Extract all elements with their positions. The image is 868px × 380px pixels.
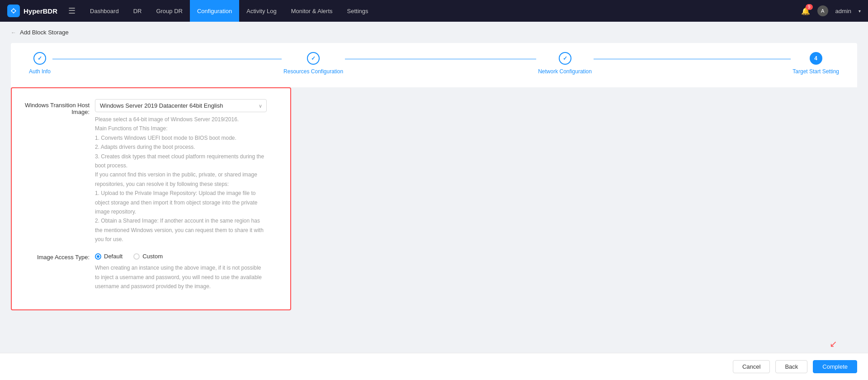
menu-icon[interactable]: ☰	[68, 6, 75, 16]
step-3-icon: ✓	[563, 55, 567, 62]
step-3-label: Network Configuration	[538, 68, 592, 75]
step-1-icon: ✓	[38, 55, 42, 62]
cancel-button[interactable]: Cancel	[733, 360, 770, 373]
nav-group-dr[interactable]: Group DR	[149, 0, 190, 22]
avatar: A	[817, 5, 828, 16]
step-4: 4 Target Start Setting	[793, 52, 839, 75]
nav-monitor-alerts[interactable]: Monitor & Alerts	[284, 0, 340, 22]
radio-default[interactable]: Default	[95, 253, 123, 260]
steps-container: ✓ Auth Info ✓ Resources Configuration ✓	[11, 43, 857, 87]
connector-2-3	[345, 59, 536, 59]
brand: HyperBDR	[7, 5, 57, 17]
connector-3-4	[594, 59, 791, 59]
brand-name: HyperBDR	[24, 7, 57, 15]
step-4-circle: 4	[810, 52, 822, 65]
radio-custom[interactable]: Custom	[133, 253, 163, 260]
info-line-7: 1. Upload to the Private Image Repositor…	[95, 190, 258, 215]
info-line-3: 1. Converts Windows UEFI boot mode to BI…	[95, 135, 236, 141]
image-select[interactable]: Windows Server 2019 Datacenter 64bit Eng…	[95, 99, 267, 112]
step-1-circle: ✓	[33, 52, 46, 65]
info-line-8: 2. Obtain a Shared Image: If another acc…	[95, 218, 264, 242]
back-button[interactable]: Back	[775, 360, 807, 373]
access-type-row: Image Access Type: Default Custom When c…	[23, 251, 279, 291]
radio-custom-label: Custom	[142, 253, 163, 260]
image-info-text: Please select a 64-bit image of Windows …	[95, 115, 267, 244]
back-arrow[interactable]: ←	[11, 29, 16, 36]
main-content: ← Add Block Storage ✓ Auth Info ✓ Resour…	[0, 22, 868, 380]
nav-dr[interactable]: DR	[126, 0, 149, 22]
access-type-info-text: When creating an instance using the abov…	[95, 263, 267, 291]
footer-bar: Cancel Back Complete	[0, 353, 868, 380]
step-3: ✓ Network Configuration	[538, 52, 592, 75]
navbar: HyperBDR ☰ Dashboard DR Group DR Configu…	[0, 0, 868, 22]
connector-1-2	[52, 59, 282, 59]
info-line-6: If you cannot find this version in the p…	[95, 171, 257, 187]
info-line-4: 2. Adapts drivers during the boot proces…	[95, 144, 195, 150]
windows-host-row: Windows Transition Host Image: Windows S…	[23, 99, 279, 244]
nav-settings[interactable]: Settings	[340, 0, 376, 22]
form-card: Windows Transition Host Image: Windows S…	[11, 87, 291, 310]
notification-count: 9	[806, 4, 813, 10]
step-wrapper-1: ✓ Auth Info	[29, 52, 283, 75]
complete-button[interactable]: Complete	[813, 360, 857, 373]
admin-label[interactable]: admin	[835, 8, 851, 14]
radio-default-label: Default	[104, 253, 123, 260]
radio-group: Default Custom	[95, 251, 279, 260]
step-wrapper-2: ✓ Resources Configuration	[283, 52, 538, 75]
step-4-icon: 4	[814, 55, 817, 62]
svg-point-1	[12, 10, 15, 12]
step-2-circle: ✓	[307, 52, 320, 65]
page-title: Add Block Storage	[20, 29, 69, 36]
brand-logo	[7, 5, 20, 17]
radio-custom-circle	[133, 253, 140, 260]
image-select-wrapper: Windows Server 2019 Datacenter 64bit Eng…	[95, 99, 267, 112]
step-3-circle: ✓	[559, 52, 571, 65]
nav-activity-log[interactable]: Activity Log	[239, 0, 283, 22]
step-2-label: Resources Configuration	[283, 68, 343, 75]
info-line-2: Main Functions of This Image:	[95, 125, 168, 132]
radio-default-circle	[95, 253, 101, 260]
nav-configuration[interactable]: Configuration	[190, 0, 239, 22]
access-type-control: Default Custom When creating an instance…	[95, 251, 279, 291]
access-type-label: Image Access Type:	[23, 251, 95, 261]
step-2: ✓ Resources Configuration	[283, 52, 343, 75]
breadcrumb: ← Add Block Storage	[11, 29, 857, 36]
step-4-label: Target Start Setting	[793, 68, 839, 75]
notification-bell[interactable]: 🔔 9	[801, 7, 810, 15]
step-2-icon: ✓	[311, 55, 316, 62]
windows-host-label: Windows Transition Host Image:	[23, 99, 95, 115]
radio-default-dot	[97, 255, 99, 258]
arrow-indicator: ↙	[830, 338, 837, 349]
step-wrapper-3: ✓ Network Configuration	[538, 52, 793, 75]
step-1: ✓ Auth Info	[29, 52, 51, 75]
admin-dropdown-arrow[interactable]: ▾	[859, 9, 861, 14]
nav-dashboard[interactable]: Dashboard	[83, 0, 126, 22]
windows-host-control: Windows Server 2019 Datacenter 64bit Eng…	[95, 99, 279, 244]
step-1-label: Auth Info	[29, 68, 51, 75]
info-line-1: Please select a 64-bit image of Windows …	[95, 116, 239, 123]
navbar-right: 🔔 9 A admin ▾	[801, 5, 861, 16]
info-line-5: 3. Creates disk types that meet cloud pl…	[95, 153, 264, 169]
nav-menu: Dashboard DR Group DR Configuration Acti…	[83, 0, 801, 22]
